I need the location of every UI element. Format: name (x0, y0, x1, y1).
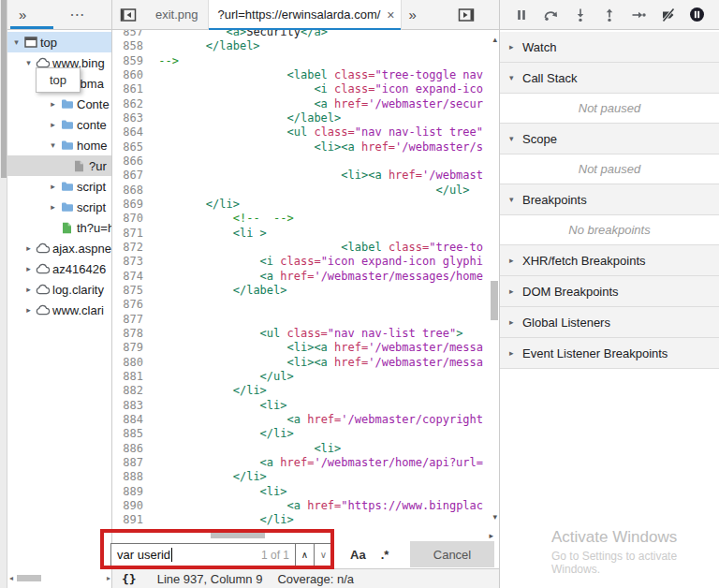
line-number[interactable]: 869 (112, 198, 152, 212)
chevron-right-icon[interactable]: ▸ (47, 202, 59, 212)
regex-button[interactable]: .* (381, 548, 389, 562)
line-number[interactable]: 885 (112, 427, 152, 441)
tree-item-top[interactable]: ▾top (7, 32, 111, 52)
step-icon[interactable] (628, 5, 649, 25)
line-number[interactable]: 867 (112, 169, 152, 183)
find-next-button[interactable]: ∨ (315, 543, 333, 567)
line-number[interactable]: 862 (112, 97, 152, 111)
line-number[interactable]: 888 (112, 470, 152, 484)
line-number[interactable]: 870 (112, 212, 152, 226)
line-number[interactable]: 878 (112, 327, 152, 341)
line-number[interactable]: 884 (112, 413, 152, 427)
tree-item-www-clari[interactable]: ▸www.clari (7, 300, 111, 320)
line-number[interactable]: 865 (112, 140, 152, 154)
section-header-event-listener-breakpoints[interactable]: ▸Event Listener Breakpoints (500, 338, 719, 369)
chevron-down-icon[interactable]: ▾ (47, 140, 59, 150)
step-out-icon[interactable] (599, 5, 620, 25)
more-options-icon[interactable]: ⋯ (69, 6, 85, 23)
line-number[interactable]: 860 (112, 68, 152, 82)
scroll-right-icon[interactable]: ▸ (107, 574, 110, 582)
line-number[interactable]: 868 (112, 184, 152, 198)
line-number[interactable]: 891 (112, 513, 152, 527)
sidebar-scrollbar-thumb[interactable] (17, 575, 41, 581)
line-number[interactable]: 877 (112, 313, 152, 327)
section-header-watch[interactable]: ▸Watch (500, 32, 719, 63)
line-number[interactable]: 879 (112, 341, 152, 355)
tree-item-script[interactable]: ▸script (7, 197, 111, 217)
chevron-right-icon[interactable]: ▸ (22, 264, 35, 273)
editor-hscrollbar-thumb[interactable] (211, 531, 265, 538)
line-number[interactable]: 876 (112, 298, 152, 312)
line-number[interactable]: 880 (112, 356, 152, 370)
section-header-dom-breakpoints[interactable]: ▸DOM Breakpoints (500, 276, 719, 307)
chevron-right-icon[interactable]: ▸ (47, 120, 59, 129)
tree-item-ajax-aspne[interactable]: ▸ajax.aspne (7, 238, 111, 258)
navigator-tabs-overflow-icon[interactable]: » (19, 7, 26, 22)
line-number[interactable]: 874 (112, 270, 152, 284)
line-number[interactable]: 871 (112, 227, 152, 241)
scroll-down-icon[interactable]: ▾ (492, 512, 497, 522)
scroll-left-icon[interactable]: ◂ (9, 574, 13, 582)
line-number[interactable]: 881 (112, 370, 152, 384)
line-number[interactable]: 886 (112, 442, 152, 456)
tree-item-log-clarity[interactable]: ▸log.clarity (7, 279, 111, 300)
tree-item--ur[interactable]: ?ur (7, 155, 111, 176)
line-number[interactable]: 873 (112, 255, 152, 269)
find-previous-button[interactable]: ∧ (296, 543, 315, 567)
chevron-down-icon[interactable]: ▾ (22, 58, 35, 67)
tree-item-conte[interactable]: ▸conte (7, 114, 111, 135)
section-header-global-listeners[interactable]: ▸Global Listeners (500, 307, 719, 338)
match-case-button[interactable]: Aa (350, 548, 366, 562)
tab-url-erwinsalarda[interactable]: ?url=https://erwinsalarda.com/ × (208, 0, 402, 30)
editor-horizontal-scrollbar[interactable]: ▸ (112, 529, 499, 541)
line-number[interactable]: 887 (112, 456, 152, 470)
line-number[interactable]: 857 (112, 30, 152, 39)
line-number[interactable]: 890 (112, 499, 152, 513)
section-header-scope[interactable]: ▾Scope (500, 124, 719, 154)
chevron-right-icon[interactable]: ▸ (22, 243, 35, 253)
tabs-overflow-icon[interactable]: » (409, 7, 417, 22)
page-vertical-scrollbar[interactable] (0, 0, 7, 588)
scroll-up-icon[interactable]: ▴ (492, 35, 497, 44)
line-number[interactable]: 883 (112, 399, 152, 413)
step-over-icon[interactable] (540, 5, 561, 25)
line-number[interactable]: 858 (112, 39, 152, 53)
sidebar-horizontal-scrollbar[interactable]: ◂ ▸ (7, 573, 112, 584)
chevron-down-icon[interactable]: ▾ (10, 37, 22, 47)
editor-vscrollbar-thumb[interactable] (491, 281, 498, 320)
section-header-call-stack[interactable]: ▾Call Stack (500, 63, 719, 94)
tree-item-home[interactable]: ▾home (7, 135, 111, 155)
scroll-right-icon[interactable]: ▸ (489, 531, 493, 540)
tree-item-conte[interactable]: ▸Conte (7, 94, 111, 114)
section-header-breakpoints[interactable]: ▾Breakpoints (500, 184, 719, 215)
code-editor[interactable]: 857 <a>Security</a>858 </label>859 -->86… (112, 30, 499, 529)
pretty-print-button[interactable]: {} (122, 572, 137, 586)
search-input[interactable]: var userid 1 of 1 (110, 543, 296, 567)
chevron-right-icon[interactable]: ▸ (22, 285, 35, 294)
hide-navigator-icon[interactable] (116, 3, 140, 27)
line-number[interactable]: 861 (112, 82, 152, 96)
step-into-icon[interactable] (570, 5, 591, 25)
pause-on-exceptions-icon[interactable] (687, 5, 708, 25)
tree-item-th-u-h[interactable]: th?u=h (7, 217, 111, 238)
tree-item-script[interactable]: ▸script (7, 176, 111, 197)
line-number[interactable]: 866 (112, 154, 152, 169)
line-number[interactable]: 864 (112, 125, 152, 140)
show-debugger-panel-icon[interactable] (454, 3, 478, 27)
line-number[interactable]: 863 (112, 111, 152, 125)
chevron-right-icon[interactable]: ▸ (22, 305, 35, 315)
close-icon[interactable]: × (387, 8, 394, 22)
chevron-right-icon[interactable]: ▸ (47, 182, 59, 191)
deactivate-breakpoints-icon[interactable] (658, 5, 679, 25)
line-number[interactable]: 889 (112, 485, 152, 499)
line-number[interactable]: 872 (112, 241, 152, 255)
line-number[interactable]: 859 (112, 54, 152, 68)
pause-script-icon[interactable] (511, 5, 532, 25)
cancel-button[interactable]: Cancel (410, 541, 494, 567)
section-header-xhr-fetch-breakpoints[interactable]: ▸XHR/fetch Breakpoints (500, 245, 719, 276)
tree-item-az416426[interactable]: ▸az416426 (7, 258, 111, 279)
page-scrollbar-thumb[interactable] (1, 0, 7, 178)
line-number[interactable]: 875 (112, 284, 152, 298)
chevron-right-icon[interactable]: ▸ (47, 99, 59, 109)
tab-exit-png[interactable]: exit.png (146, 0, 208, 30)
